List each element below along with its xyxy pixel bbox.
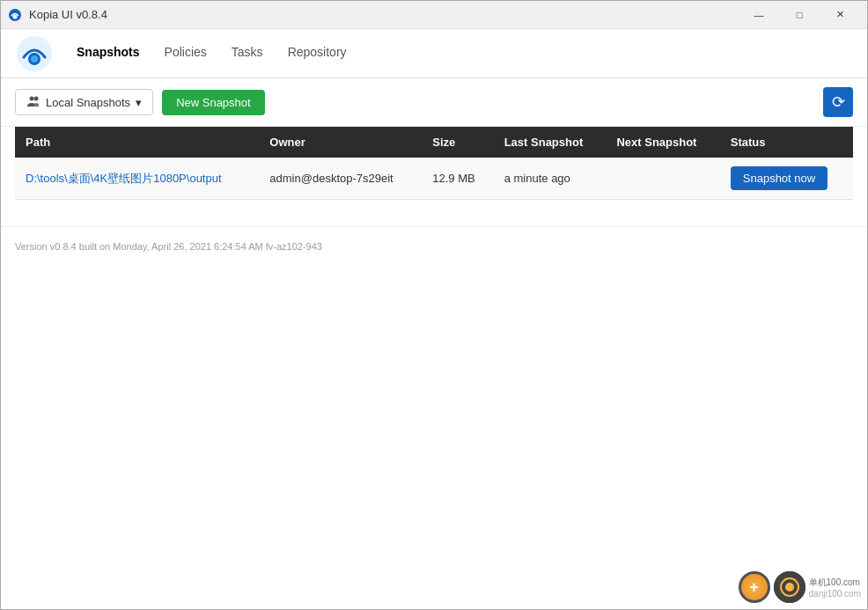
titlebar-left: Kopia UI v0.8.4: [8, 8, 107, 22]
svg-point-4: [31, 55, 38, 62]
app-icon: [8, 8, 22, 22]
col-size: Size: [422, 127, 493, 158]
col-status: Status: [720, 127, 853, 158]
next-snapshot-cell: [606, 158, 719, 200]
app-logo: [15, 34, 54, 73]
titlebar-controls: — □ ✕: [739, 1, 860, 29]
dropdown-arrow-icon: ▾: [136, 96, 142, 109]
nav-policies[interactable]: Policies: [152, 29, 219, 78]
titlebar-title: Kopia UI v0.8.4: [29, 8, 107, 21]
snapshots-table: Path Owner Size Last Snapshot Next Snaps…: [15, 127, 853, 200]
close-button[interactable]: ✕: [820, 1, 860, 29]
toolbar: Local Snapshots ▾ New Snapshot ⟳: [1, 78, 867, 127]
watermark-text-block: 单机100.com danji100.com: [809, 577, 861, 599]
col-last-snapshot: Last Snapshot: [494, 127, 607, 158]
people-icon: [26, 95, 40, 109]
svg-point-5: [30, 97, 34, 101]
col-next-snapshot: Next Snapshot: [606, 127, 719, 158]
refresh-icon: ⟳: [832, 92, 845, 112]
watermark-plus-icon: +: [739, 571, 770, 603]
col-path: Path: [15, 127, 259, 158]
nav-snapshots[interactable]: Snapshots: [64, 29, 152, 78]
version-text: Version v0.8.4 built on Monday, April 26…: [15, 241, 322, 252]
snapshot-now-button[interactable]: Snapshot now: [731, 166, 828, 190]
last-snapshot-cell: a minute ago: [494, 158, 607, 200]
table-row: D:\tools\桌面\4K壁纸图片1080P\output admin@des…: [15, 158, 853, 200]
watermark: + 单机100.com danji100.com: [739, 571, 861, 603]
watermark-site: 单机100.com: [809, 577, 861, 589]
table-header-row: Path Owner Size Last Snapshot Next Snaps…: [15, 127, 853, 158]
nav-repository[interactable]: Repository: [276, 29, 359, 78]
watermark-url: danji100.com: [809, 589, 861, 599]
watermark-logo: [774, 571, 805, 603]
table-body: D:\tools\桌面\4K壁纸图片1080P\output admin@des…: [15, 158, 853, 200]
path-cell: D:\tools\桌面\4K壁纸图片1080P\output: [15, 158, 259, 200]
footer: Version v0.8.4 built on Monday, April 26…: [1, 226, 867, 266]
svg-point-1: [13, 14, 18, 18]
owner-cell: admin@desktop-7s29eit: [259, 158, 422, 200]
local-snapshots-button[interactable]: Local Snapshots ▾: [15, 89, 153, 115]
svg-point-9: [785, 583, 794, 592]
col-owner: Owner: [259, 127, 422, 158]
svg-point-6: [34, 97, 39, 101]
nav-tasks[interactable]: Tasks: [219, 29, 276, 78]
navbar: Snapshots Policies Tasks Repository: [1, 29, 867, 78]
size-cell: 12.9 MB: [422, 158, 493, 200]
minimize-button[interactable]: —: [739, 1, 779, 29]
snapshots-table-container: Path Owner Size Last Snapshot Next Snaps…: [1, 127, 867, 200]
refresh-button[interactable]: ⟳: [823, 87, 853, 117]
new-snapshot-button[interactable]: New Snapshot: [162, 90, 265, 115]
path-link[interactable]: D:\tools\桌面\4K壁纸图片1080P\output: [26, 172, 222, 185]
titlebar: Kopia UI v0.8.4 — □ ✕: [1, 1, 867, 29]
maximize-button[interactable]: □: [779, 1, 820, 29]
status-cell: Snapshot now: [720, 158, 853, 200]
